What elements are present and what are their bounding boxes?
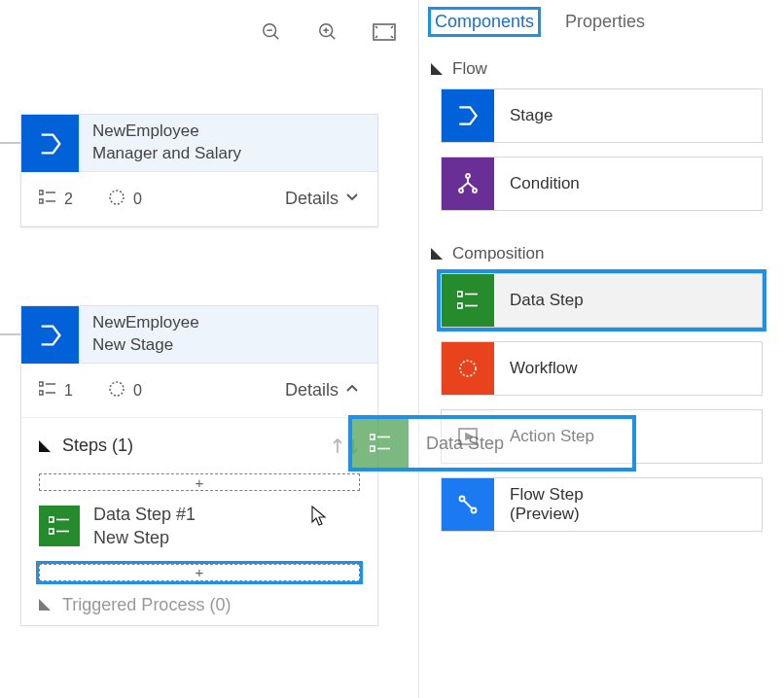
steps-icon xyxy=(39,190,56,209)
stage-card[interactable]: NewEmployee Manager and Salary 2 0 Detai… xyxy=(20,114,378,227)
chevron-up-icon xyxy=(344,380,360,401)
stage-meta: 2 0 Details xyxy=(21,172,377,227)
tab-components[interactable]: Components xyxy=(431,10,538,34)
svg-point-12 xyxy=(110,191,124,204)
flow-step-line1: Flow Step xyxy=(510,485,762,505)
steps-count: 2 xyxy=(64,191,73,208)
svg-rect-19 xyxy=(49,529,53,534)
svg-rect-30 xyxy=(457,303,462,308)
component-label: Condition xyxy=(494,174,762,193)
stage-card[interactable]: NewEmployee New Stage 1 0 Details xyxy=(20,305,378,626)
zoom-in-button[interactable] xyxy=(313,17,342,47)
workflow-count: 0 xyxy=(133,191,142,208)
svg-point-35 xyxy=(460,497,465,502)
details-toggle[interactable]: Details xyxy=(285,189,360,209)
triggered-process-header[interactable]: Triggered Process (0) xyxy=(39,585,360,615)
workflow-count-icon xyxy=(108,380,125,401)
svg-rect-29 xyxy=(457,292,462,297)
svg-rect-18 xyxy=(49,517,53,522)
svg-rect-8 xyxy=(39,191,43,194)
stage-entity-label: NewEmployee xyxy=(92,312,199,334)
steps-header-label: Steps (1) xyxy=(62,436,133,456)
zoom-out-button[interactable] xyxy=(257,17,286,47)
svg-line-1 xyxy=(274,35,279,40)
stage-icon xyxy=(21,115,79,172)
component-label: Data Step xyxy=(494,291,762,310)
condition-icon xyxy=(442,157,494,210)
steps-icon xyxy=(39,381,56,401)
svg-line-4 xyxy=(331,35,336,40)
svg-point-17 xyxy=(110,382,124,396)
steps-header[interactable]: Steps (1) xyxy=(39,430,360,470)
chevron-down-icon xyxy=(344,189,360,209)
add-icon: + xyxy=(196,564,204,580)
steps-count: 1 xyxy=(64,382,73,400)
data-step-icon xyxy=(352,419,409,468)
flow-step-icon xyxy=(442,478,494,531)
svg-rect-9 xyxy=(39,199,43,203)
details-label: Details xyxy=(285,380,339,401)
section-composition-label: Composition xyxy=(452,244,545,263)
right-panel: Components Properties Flow Stage Conditi… xyxy=(418,0,784,698)
svg-point-27 xyxy=(459,189,463,192)
component-data-step[interactable]: Data Step xyxy=(441,273,763,328)
stage-meta: 1 0 Details xyxy=(21,364,377,418)
drag-ghost-label: Data Step xyxy=(409,434,504,454)
data-step-icon xyxy=(442,274,494,327)
details-label: Details xyxy=(285,189,339,209)
component-flow-step[interactable]: Flow Step (Preview) xyxy=(441,477,763,532)
svg-point-33 xyxy=(460,361,476,376)
svg-rect-13 xyxy=(39,382,43,386)
stage-header: NewEmployee New Stage xyxy=(21,306,377,364)
data-step-icon xyxy=(39,506,80,546)
component-workflow[interactable]: Workflow xyxy=(441,341,763,396)
add-icon: + xyxy=(196,474,204,491)
component-label: Stage xyxy=(494,106,762,125)
tab-properties[interactable]: Properties xyxy=(561,10,649,34)
workflow-icon xyxy=(442,342,494,395)
component-condition[interactable]: Condition xyxy=(441,157,763,211)
expand-triangle-icon xyxy=(39,440,51,452)
section-flow[interactable]: Flow xyxy=(419,40,784,88)
svg-point-26 xyxy=(466,174,470,178)
workflow-count-icon xyxy=(108,189,125,210)
workflow-count: 0 xyxy=(133,382,142,400)
stage-name-label: Manager and Salary xyxy=(92,143,241,165)
stage-name-label: New Stage xyxy=(92,334,199,357)
canvas: NewEmployee Manager and Salary 2 0 Detai… xyxy=(0,0,418,698)
stage-header: NewEmployee Manager and Salary xyxy=(21,115,377,172)
section-composition[interactable]: Composition xyxy=(419,225,784,273)
svg-rect-22 xyxy=(370,435,374,439)
expand-triangle-icon xyxy=(431,63,443,75)
svg-rect-14 xyxy=(39,391,43,395)
drop-slot-active[interactable]: + xyxy=(39,564,360,581)
expand-triangle-icon xyxy=(431,248,443,260)
panel-tabs: Components Properties xyxy=(419,0,784,40)
details-toggle[interactable]: Details xyxy=(285,380,360,401)
component-label: Workflow xyxy=(494,359,762,378)
component-label: Flow Step (Preview) xyxy=(494,485,762,525)
connector-line xyxy=(0,333,20,335)
step-title: Data Step #1 xyxy=(93,503,196,526)
section-flow-label: Flow xyxy=(452,59,487,79)
svg-rect-23 xyxy=(370,446,374,451)
connector-line xyxy=(0,142,20,144)
canvas-toolbar xyxy=(257,17,399,47)
cursor-icon xyxy=(311,506,329,532)
fit-screen-button[interactable] xyxy=(370,17,399,47)
stage-entity-label: NewEmployee xyxy=(92,121,241,143)
triggered-label: Triggered Process (0) xyxy=(62,595,231,615)
drag-ghost-data-step: Data Step xyxy=(348,415,636,471)
flow-step-line2: (Preview) xyxy=(510,505,762,524)
stage-icon xyxy=(442,89,494,142)
component-stage[interactable]: Stage xyxy=(441,88,763,143)
svg-point-28 xyxy=(473,189,477,192)
drop-slot[interactable]: + xyxy=(39,473,360,491)
step-subtitle: New Step xyxy=(93,526,196,549)
expand-triangle-icon xyxy=(39,599,51,611)
stage-icon xyxy=(21,306,79,364)
svg-point-36 xyxy=(472,508,477,513)
